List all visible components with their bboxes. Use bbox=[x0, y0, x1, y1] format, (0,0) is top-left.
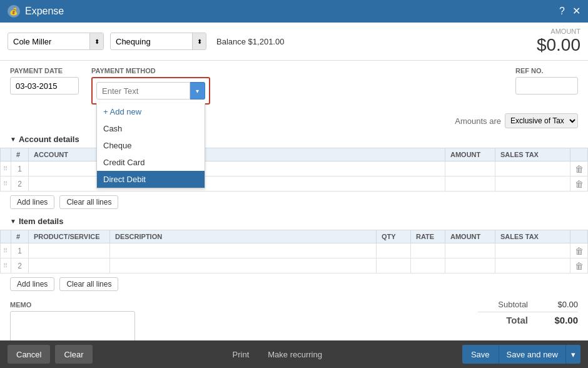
item-rate-input-2[interactable] bbox=[413, 262, 442, 270]
item-rate-input-1[interactable] bbox=[413, 247, 442, 255]
item-product-input-2[interactable] bbox=[31, 262, 107, 270]
payment-method-input[interactable] bbox=[96, 82, 190, 100]
item-desc-input-1[interactable] bbox=[113, 247, 373, 255]
header-left: 💰 Expense bbox=[8, 5, 64, 18]
account-table: # ACCOUNT AMOUNT SALES TAX ⠿ 1 🗑 ⠿ 2 bbox=[0, 148, 588, 192]
item-col-desc: DESCRIPTION bbox=[110, 230, 377, 243]
item-add-lines-button[interactable]: Add lines bbox=[10, 277, 54, 291]
delete-row-2[interactable]: 🗑 bbox=[570, 176, 588, 192]
subtotal-label: Subtotal bbox=[478, 300, 528, 309]
amounts-row: Amounts are Exclusive of Tax Inclusive o… bbox=[0, 111, 588, 131]
payment-method-inner: ▾ bbox=[96, 82, 205, 100]
item-col-rate: RATE bbox=[411, 230, 445, 243]
item-section-header[interactable]: ▼ Item details bbox=[0, 213, 588, 230]
account-col-drag bbox=[1, 148, 11, 161]
account-section-header[interactable]: ▼ Account details bbox=[0, 131, 588, 148]
account-row: ⠿ 1 🗑 bbox=[1, 161, 588, 176]
item-salestax-input-2[interactable] bbox=[498, 262, 567, 270]
amount-input-1[interactable] bbox=[448, 165, 492, 173]
row-num-1: 1 bbox=[11, 161, 29, 176]
payment-method-label: Payment method bbox=[91, 67, 210, 74]
payment-date-input[interactable]: 03-03-2015 bbox=[10, 77, 79, 95]
account-arrow[interactable]: ⬍ bbox=[192, 33, 206, 49]
payment-date-field: Payment date 03-03-2015 bbox=[10, 67, 79, 95]
save-button[interactable]: Save bbox=[462, 345, 499, 364]
subtotal-row: Subtotal $0.00 bbox=[478, 300, 578, 309]
item-drag-1[interactable]: ⠿ bbox=[1, 243, 11, 258]
account-row: ⠿ 2 🗑 bbox=[1, 176, 588, 192]
help-button[interactable]: ? bbox=[559, 6, 565, 16]
item-desc-2 bbox=[110, 258, 377, 273]
item-col-num: # bbox=[11, 230, 29, 243]
delete-row-1[interactable]: 🗑 bbox=[570, 161, 588, 176]
account-col-amount: AMOUNT bbox=[445, 148, 495, 161]
item-product-input-1[interactable] bbox=[31, 247, 107, 255]
save-new-button[interactable]: Save and new bbox=[499, 345, 565, 364]
amount-cell-2 bbox=[445, 176, 495, 192]
footer: Cancel Clear Print Make recurring Save S… bbox=[0, 340, 588, 368]
item-delete-1[interactable]: 🗑 bbox=[570, 243, 588, 258]
expense-icon: 💰 bbox=[8, 5, 20, 18]
ref-label: Ref no. bbox=[515, 67, 578, 74]
item-rate-1 bbox=[411, 243, 445, 258]
print-link[interactable]: Print bbox=[233, 350, 250, 359]
drag-handle-2[interactable]: ⠿ bbox=[1, 176, 11, 192]
save-dropdown-button[interactable]: ▾ bbox=[565, 345, 580, 364]
item-clear-all-button[interactable]: Clear all lines bbox=[59, 277, 118, 291]
header: 💰 Expense ? ✕ bbox=[0, 0, 588, 23]
account-input-2[interactable] bbox=[31, 180, 442, 188]
salestax-cell-1 bbox=[495, 161, 570, 176]
account-add-lines-button[interactable]: Add lines bbox=[10, 195, 54, 209]
drag-handle-1[interactable]: ⠿ bbox=[1, 161, 11, 176]
payment-method-arrow[interactable]: ▾ bbox=[190, 82, 205, 100]
item-qty-1 bbox=[377, 243, 411, 258]
account-clear-all-button[interactable]: Clear all lines bbox=[59, 195, 118, 209]
item-row: ⠿ 2 🗑 bbox=[1, 258, 588, 273]
credit-card-item[interactable]: Credit Card bbox=[97, 154, 205, 171]
payee-arrow[interactable]: ⬍ bbox=[89, 33, 103, 49]
account-cell-2 bbox=[29, 176, 445, 192]
account-input[interactable]: Chequing bbox=[111, 37, 192, 46]
account-select[interactable]: Chequing ⬍ bbox=[110, 33, 206, 50]
memo-label: Memo bbox=[10, 301, 135, 309]
direct-debit-item[interactable]: Direct Debit bbox=[97, 171, 205, 188]
salestax-input-1[interactable] bbox=[498, 165, 567, 173]
account-input-1[interactable] bbox=[31, 165, 442, 173]
amounts-select[interactable]: Exclusive of Tax Inclusive of Tax bbox=[505, 113, 578, 128]
ref-section: Ref no. bbox=[515, 67, 578, 95]
salestax-input-2[interactable] bbox=[498, 180, 567, 188]
item-col-product: PRODUCT/SERVICE bbox=[29, 230, 110, 243]
item-salestax-input-1[interactable] bbox=[498, 247, 567, 255]
subtotal-value: $0.00 bbox=[540, 300, 578, 309]
cancel-button[interactable]: Cancel bbox=[8, 345, 50, 364]
payment-method-wrapper: ▾ Add new Cash Cheque Credit Card Direct… bbox=[91, 77, 210, 105]
payee-input[interactable]: Cole Miller bbox=[8, 37, 89, 46]
recurring-link[interactable]: Make recurring bbox=[268, 350, 322, 359]
item-drag-2[interactable]: ⠿ bbox=[1, 258, 11, 273]
cheque-item[interactable]: Cheque bbox=[97, 137, 205, 154]
item-amount-input-1[interactable] bbox=[448, 247, 492, 255]
item-num-1: 1 bbox=[11, 243, 29, 258]
row-num-2: 2 bbox=[11, 176, 29, 192]
item-qty-input-2[interactable] bbox=[379, 262, 408, 270]
account-cell-1 bbox=[29, 161, 445, 176]
item-desc-input-2[interactable] bbox=[113, 262, 373, 270]
payee-select[interactable]: Cole Miller ⬍ bbox=[8, 33, 104, 50]
item-delete-2[interactable]: 🗑 bbox=[570, 258, 588, 273]
amount-value: $0.00 bbox=[537, 35, 580, 55]
item-amount-1 bbox=[445, 243, 495, 258]
add-new-item[interactable]: Add new bbox=[97, 103, 205, 120]
amount-input-2[interactable] bbox=[448, 180, 492, 188]
balance-text: Balance $1,201.00 bbox=[216, 37, 284, 46]
cash-item[interactable]: Cash bbox=[97, 120, 205, 137]
close-button[interactable]: ✕ bbox=[572, 6, 580, 16]
account-col-delete bbox=[570, 148, 588, 161]
payment-date-label: Payment date bbox=[10, 67, 79, 74]
footer-center: Print Make recurring bbox=[98, 350, 457, 359]
memo-textarea[interactable] bbox=[10, 311, 135, 342]
clear-button[interactable]: Clear bbox=[55, 345, 92, 364]
item-qty-input-1[interactable] bbox=[379, 247, 408, 255]
item-amount-input-2[interactable] bbox=[448, 262, 492, 270]
amount-label: AMOUNT bbox=[537, 28, 580, 35]
ref-input[interactable] bbox=[515, 77, 578, 95]
